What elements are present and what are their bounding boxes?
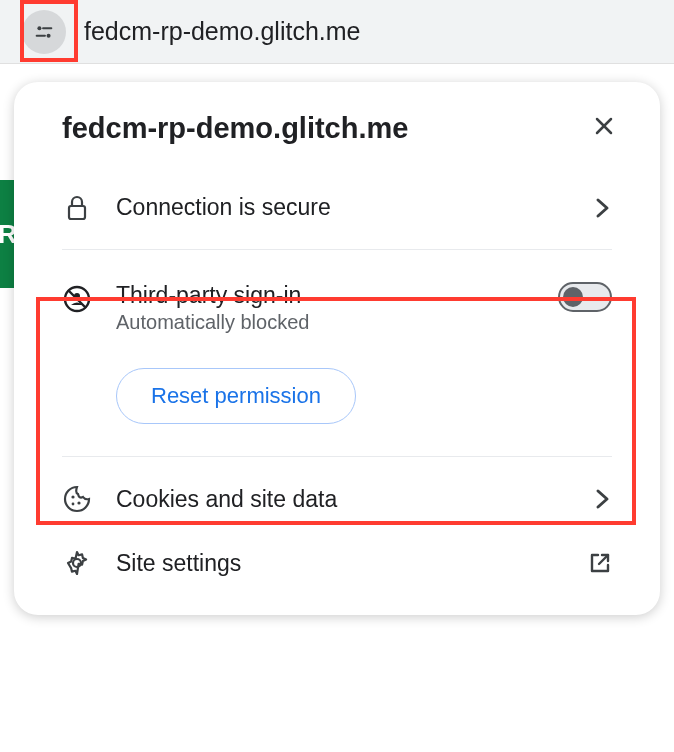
lock-icon [65,195,89,221]
site-settings-label: Site settings [116,550,588,577]
tune-icon [33,21,55,43]
svg-point-0 [37,26,41,30]
site-info-button[interactable] [22,10,66,54]
site-info-popup: fedcm-rp-demo.glitch.me Connection is se… [14,82,660,615]
address-bar: fedcm-rp-demo.glitch.me [0,0,674,64]
svg-point-11 [77,501,80,504]
svg-point-3 [47,33,51,37]
third-party-signin-section: Third-party sign-in Automatically blocke… [14,260,660,446]
external-link-icon [588,551,612,575]
svg-point-12 [72,503,75,506]
cookie-icon [63,485,91,513]
popup-header: fedcm-rp-demo.glitch.me [14,110,660,146]
cookies-label: Cookies and site data [116,486,594,513]
third-party-toggle[interactable] [558,282,612,312]
connection-secure-row[interactable]: Connection is secure [14,176,660,239]
svg-point-9 [74,293,80,299]
reset-permission-button[interactable]: Reset permission [116,368,356,424]
chevron-right-icon [594,196,612,220]
divider [62,456,612,457]
toggle-knob [563,287,583,307]
svg-line-14 [599,555,608,564]
chevron-right-icon [594,487,612,511]
close-button[interactable] [588,110,620,146]
popup-title: fedcm-rp-demo.glitch.me [62,112,408,145]
url-text[interactable]: fedcm-rp-demo.glitch.me [84,17,360,46]
site-settings-row[interactable]: Site settings [14,531,660,595]
third-party-subtitle: Automatically blocked [116,311,558,334]
close-icon [592,114,616,138]
third-party-title: Third-party sign-in [116,282,558,309]
divider [62,249,612,250]
connection-label: Connection is secure [116,194,594,221]
gear-icon [63,549,91,577]
svg-point-10 [71,495,74,498]
blocked-person-icon [62,284,92,314]
svg-rect-6 [69,206,85,219]
cookies-row[interactable]: Cookies and site data [14,467,660,531]
